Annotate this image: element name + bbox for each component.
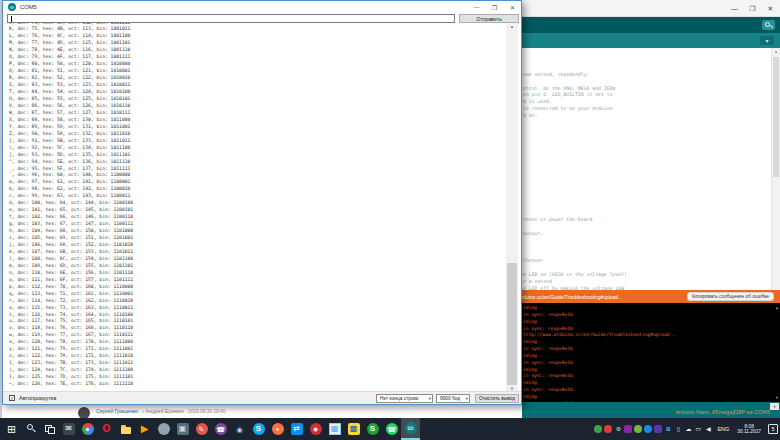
send-button[interactable]: Отправить: [459, 14, 519, 23]
tray-green2-icon[interactable]: [634, 425, 642, 433]
tray-purple-icon[interactable]: [624, 425, 632, 433]
taskbar-button-mail[interactable]: ✉: [59, 418, 78, 440]
tray-network-icon[interactable]: ▭: [694, 425, 702, 433]
taskbar-button-image-viewer[interactable]: ▩: [344, 418, 363, 440]
serial-bottom-bar: ✓ Автопрокрутка Нет конца строки ▾ 9600 …: [3, 391, 521, 404]
taskbar-button-search[interactable]: [21, 418, 40, 440]
scroll-up-icon[interactable]: ▲: [772, 49, 780, 54]
taskbar-button-app-red[interactable]: ◆: [306, 418, 325, 440]
comment-author-link[interactable]: Сергей Гращенко: [96, 408, 138, 414]
clock-date: 30.11.2017: [737, 429, 761, 435]
tray-gear-icon[interactable]: ⚙: [614, 425, 622, 433]
taskbar-button-media-player[interactable]: ▶: [135, 418, 154, 440]
code-editor[interactable]: one second, repeatedly. ntrol. On the UN…: [510, 48, 780, 290]
serial-maximize-button[interactable]: ❐: [486, 1, 503, 13]
text-caret: [11, 16, 12, 22]
bluetooth-icon[interactable]: B: [664, 425, 672, 433]
skype-icon[interactable]: S: [253, 423, 265, 435]
tray-cloud-icon[interactable]: ☁: [684, 425, 692, 433]
taskbar-button-teamviewer[interactable]: ⇄: [287, 418, 306, 440]
taskbar-button-steam[interactable]: ◉: [230, 418, 249, 440]
taskbar-button-chrome[interactable]: [78, 418, 97, 440]
chrome-icon[interactable]: [82, 423, 94, 435]
app-red-icon[interactable]: ◆: [310, 423, 322, 435]
console-scroll-down-icon[interactable]: ▼: [775, 395, 779, 400]
media-player-icon[interactable]: ▶: [139, 423, 151, 435]
comment-reply-to: › Андрей Еремин: [142, 408, 183, 414]
taskbar-button-opera[interactable]: O: [97, 418, 116, 440]
taskbar-button-browser-gray[interactable]: [154, 418, 173, 440]
image-viewer-icon[interactable]: ▩: [348, 423, 360, 435]
console-scroll-up-icon[interactable]: ▲: [775, 305, 779, 310]
serial-scroll-thumb[interactable]: [507, 263, 517, 385]
tray-violet-icon[interactable]: [654, 425, 662, 433]
arduino-ide-icon[interactable]: ∞: [405, 422, 417, 434]
serial-output-area[interactable]: J, dec: 74, hex: 4A, oct: 112, bin: 1001…: [4, 23, 507, 393]
tray-green-icon[interactable]: [594, 425, 602, 433]
serial-close-button[interactable]: ✕: [504, 1, 521, 13]
taskbar-button-paint[interactable]: ✎: [192, 418, 211, 440]
scroll-up-icon[interactable]: ▲: [506, 23, 518, 31]
ide-console[interactable]: nding in sync: resp=0x1b nding in sync: …: [510, 303, 780, 402]
taskbar-button-messenger-green[interactable]: ☎: [382, 418, 401, 440]
taskbar-button-task-view[interactable]: [40, 418, 59, 440]
ide-close-button[interactable]: ✕: [763, 2, 778, 15]
viber-icon[interactable]: ☎: [215, 423, 227, 435]
opera-icon[interactable]: O: [101, 423, 113, 435]
ide-maximize-button[interactable]: ❐: [745, 2, 760, 15]
language-indicator[interactable]: ENG: [714, 426, 732, 432]
copy-error-button[interactable]: Копировать сообщение об ошибке: [687, 292, 774, 301]
photo-viewer-icon[interactable]: ▣: [177, 423, 189, 435]
serial-minimize-button[interactable]: —: [468, 1, 485, 13]
taskbar-button-file-explorer[interactable]: [116, 418, 135, 440]
line-ending-value: Нет конца строки: [380, 396, 418, 401]
ide-tabbar: ▾: [510, 33, 780, 48]
file-explorer-icon[interactable]: [120, 423, 132, 435]
editor-scroll-thumb[interactable]: [773, 57, 779, 177]
taskbar-button-photo-viewer[interactable]: ▣: [173, 418, 192, 440]
search-icon[interactable]: [25, 423, 37, 435]
action-center-icon[interactable]: 5: [768, 424, 778, 434]
taskbar-button-app-orange[interactable]: ●: [268, 418, 287, 440]
taskbar-clock[interactable]: 8:08 30.11.2017: [734, 424, 764, 435]
taskbar-button-viber[interactable]: ☎: [211, 418, 230, 440]
tab-dropdown-button[interactable]: ▾: [760, 36, 774, 45]
console-output-text: nding in sync: resp=0x1b nding in sync: …: [523, 305, 675, 402]
photo-frame-icon[interactable]: ▦: [329, 423, 341, 435]
ide-titlebar[interactable]: — ❐ ✕: [510, 0, 780, 17]
taskbar-button-sberbank[interactable]: S: [363, 418, 382, 440]
serial-scrollbar[interactable]: ▲ ▼: [506, 23, 518, 393]
tray-blue-icon[interactable]: [644, 425, 652, 433]
steam-icon[interactable]: ◉: [234, 423, 246, 435]
messenger-green-icon[interactable]: ☎: [386, 423, 398, 435]
taskbar-button-start[interactable]: ⊞: [2, 418, 21, 440]
taskbar-button-arduino-ide[interactable]: ∞: [401, 418, 420, 440]
teamviewer-icon[interactable]: ⇄: [291, 423, 303, 435]
status-dropdown-icon[interactable]: ▾: [770, 403, 779, 410]
desktop: — ❐ ✕ ▾ one second, repeatedly. ntrol. O…: [0, 0, 780, 440]
avatar: [78, 407, 90, 418]
autoscroll-checkbox[interactable]: ✓: [9, 395, 15, 401]
sberbank-icon[interactable]: S: [367, 423, 379, 435]
ide-minimize-button[interactable]: —: [727, 2, 742, 15]
task-view-icon[interactable]: [44, 423, 56, 435]
paint-icon[interactable]: ✎: [196, 423, 208, 435]
ide-error-bar: w.arduino.cc/en/Guide/Troubleshooting#up…: [510, 290, 780, 303]
tray-red-icon[interactable]: [604, 425, 612, 433]
tray-document-icon[interactable]: ▯: [674, 425, 682, 433]
serial-monitor-button[interactable]: [762, 20, 775, 30]
clear-output-button[interactable]: Очистить вывод: [475, 394, 519, 403]
serial-titlebar[interactable]: ∞ COM5 — ❐ ✕: [3, 1, 521, 13]
line-ending-select[interactable]: Нет конца строки ▾: [376, 394, 433, 403]
comment-meta: Сергей Гращенко › Андрей Еремин 2016.08.…: [96, 408, 225, 414]
baud-rate-select[interactable]: 9600 бод ▾: [436, 394, 470, 403]
app-orange-icon[interactable]: ●: [272, 423, 284, 435]
serial-send-input[interactable]: [7, 14, 455, 23]
tray-volume-icon[interactable]: ◀: [704, 425, 712, 433]
taskbar-button-skype[interactable]: S: [249, 418, 268, 440]
browser-gray-icon[interactable]: [158, 423, 170, 435]
taskbar-button-photo-frame[interactable]: ▦: [325, 418, 344, 440]
editor-scrollbar[interactable]: ▲: [771, 48, 780, 290]
start-icon[interactable]: ⊞: [6, 423, 18, 435]
mail-icon[interactable]: ✉: [63, 423, 75, 435]
